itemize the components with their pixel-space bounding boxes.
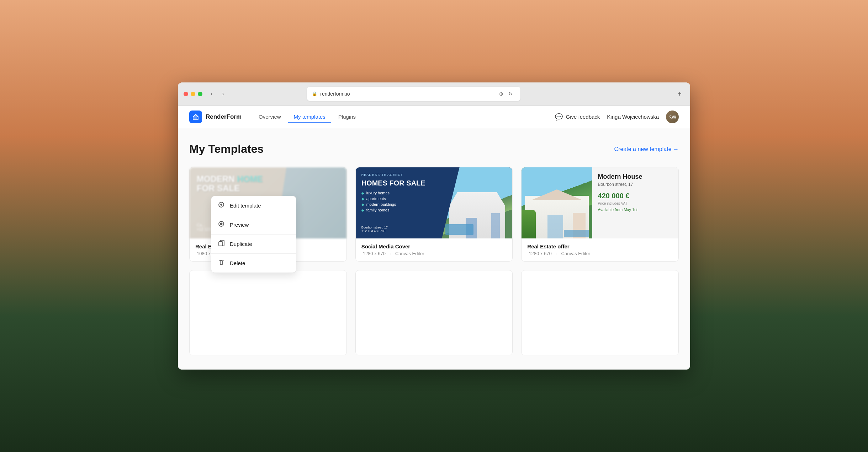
social-left: REAL ESTATE AGENCY HOMES FOR SALE ◆luxur…	[356, 167, 442, 238]
nav-right: 💬 Give feedback Kinga Wojciechowska KW	[555, 111, 679, 123]
social-address: Bourbon street, 17 +12 123 456 789	[361, 226, 388, 233]
card1-modern: MODERN	[197, 174, 237, 184]
feedback-icon: 💬	[555, 113, 563, 121]
social-right	[442, 167, 512, 238]
template-card-1[interactable]: MODERN HOME FOR SALE Ca... +12 123 456 7…	[189, 167, 347, 262]
re-content: Modern House Bourbon street, 17 420 000 …	[592, 167, 678, 238]
template-separator-3: ·	[556, 251, 557, 256]
template-meta-2: 1280 x 670 · Canvas Editor	[361, 251, 507, 256]
nav-overview[interactable]: Overview	[253, 111, 287, 123]
re-price-note: Price includes VAT	[598, 201, 673, 205]
user-name: Kinga Wojciechowska	[607, 114, 659, 120]
close-button[interactable]	[184, 92, 188, 96]
create-template-button[interactable]: Create a new template →	[614, 146, 679, 152]
logo-text: RenderForm	[206, 113, 242, 120]
feature-4: ◆family homes	[361, 208, 436, 212]
social-title: HOMES FOR SALE	[361, 179, 436, 187]
template-card-5[interactable]	[355, 270, 513, 355]
re-available: Available from May 1st	[598, 208, 673, 212]
svg-rect-3	[219, 242, 223, 246]
diamond-icon-1: ◆	[361, 191, 364, 195]
menu-edit-template[interactable]: Edit template	[211, 196, 296, 215]
diamond-icon-2: ◆	[361, 197, 364, 201]
feature-1: ◆luxury homes	[361, 191, 436, 195]
template-name-3: Real Estate offer	[527, 243, 673, 249]
url-text: renderform.io	[320, 91, 350, 97]
feature-3: ◆modern buildings	[361, 202, 436, 206]
svg-point-2	[221, 223, 222, 225]
logo-area[interactable]: RenderForm	[189, 111, 242, 123]
menu-preview-label: Preview	[230, 222, 249, 228]
back-arrow[interactable]: ‹	[207, 89, 217, 99]
main-content: My Templates Create a new template →	[178, 128, 690, 370]
logo-icon	[189, 111, 202, 123]
traffic-lights	[184, 92, 202, 96]
nav-links: Overview My templates Plugins	[253, 111, 361, 123]
diamond-icon-4: ◆	[361, 208, 364, 212]
maximize-button[interactable]	[198, 92, 202, 96]
template-preview-3: Modern House Bourbon street, 17 420 000 …	[522, 167, 678, 238]
nav-my-templates[interactable]: My templates	[288, 111, 331, 123]
real-estate-preview: Modern House Bourbon street, 17 420 000 …	[522, 167, 678, 238]
template-card-3[interactable]: Modern House Bourbon street, 17 420 000 …	[521, 167, 679, 262]
edit-icon	[218, 201, 225, 210]
menu-preview[interactable]: Preview	[211, 215, 296, 235]
nav-arrows: ‹ ›	[207, 89, 228, 99]
lock-icon: 🔒	[312, 91, 317, 96]
preview-icon	[218, 220, 225, 229]
reload-button[interactable]: ↻	[506, 89, 515, 99]
re-title: Modern House	[598, 173, 673, 181]
template-meta-3: 1280 x 670 · Canvas Editor	[527, 251, 673, 256]
menu-duplicate-label: Duplicate	[230, 241, 252, 247]
menu-duplicate[interactable]: Duplicate	[211, 235, 296, 254]
template-separator-2: ·	[390, 251, 391, 256]
template-info-2: Social Media Cover 1280 x 670 · Canvas E…	[356, 238, 513, 261]
translate-icon: ⊕	[499, 91, 503, 97]
re-address: Bourbon street, 17	[598, 182, 673, 187]
template-size-3: 1280 x 670	[529, 251, 551, 256]
template-card-2[interactable]: REAL ESTATE AGENCY HOMES FOR SALE ◆luxur…	[355, 167, 513, 262]
page-header: My Templates Create a new template →	[189, 142, 679, 156]
menu-edit-label: Edit template	[230, 203, 261, 209]
social-features: ◆luxury homes ◆apartments ◆modern buildi…	[361, 191, 436, 212]
menu-delete-label: Delete	[230, 260, 245, 266]
template-editor-2: Canvas Editor	[395, 251, 424, 256]
forward-arrow[interactable]: ›	[218, 89, 228, 99]
menu-delete[interactable]: Delete	[211, 254, 296, 273]
re-photo	[522, 167, 592, 238]
feature-2: ◆apartments	[361, 197, 436, 201]
template-preview-2: REAL ESTATE AGENCY HOMES FOR SALE ◆luxur…	[356, 167, 513, 238]
browser-chrome: ‹ › 🔒 renderform.io ⊕ ↻ +	[178, 82, 690, 106]
template-info-3: Real Estate offer 1280 x 670 · Canvas Ed…	[522, 238, 678, 261]
template-name-2: Social Media Cover	[361, 243, 507, 249]
page-title: My Templates	[189, 142, 264, 156]
template-card-6[interactable]	[521, 270, 679, 355]
browser-window: ‹ › 🔒 renderform.io ⊕ ↻ +	[178, 82, 690, 370]
social-agency: REAL ESTATE AGENCY	[361, 173, 436, 177]
context-menu: Edit template Preview	[211, 196, 296, 273]
new-tab-button[interactable]: +	[674, 89, 684, 99]
re-price: 420 000 €	[598, 192, 673, 200]
address-bar[interactable]: 🔒 renderform.io ⊕ ↻	[307, 87, 520, 101]
social-cover-preview: REAL ESTATE AGENCY HOMES FOR SALE ◆luxur…	[356, 167, 513, 238]
template-editor-3: Canvas Editor	[561, 251, 591, 256]
app-container: RenderForm Overview My templates Plugins…	[178, 106, 690, 370]
templates-grid: MODERN HOME FOR SALE Ca... +12 123 456 7…	[189, 167, 679, 355]
avatar[interactable]: KW	[666, 111, 679, 123]
template-card-4[interactable]	[189, 270, 347, 355]
minimize-button[interactable]	[191, 92, 195, 96]
trash-icon	[218, 259, 225, 268]
top-nav: RenderForm Overview My templates Plugins…	[178, 106, 690, 128]
feedback-label: Give feedback	[566, 114, 600, 120]
template-size-2: 1280 x 670	[363, 251, 386, 256]
duplicate-icon	[218, 240, 225, 248]
diamond-icon-3: ◆	[361, 203, 364, 206]
feedback-button[interactable]: 💬 Give feedback	[555, 113, 600, 121]
avatar-initials: KW	[668, 114, 677, 120]
nav-plugins[interactable]: Plugins	[333, 111, 361, 123]
